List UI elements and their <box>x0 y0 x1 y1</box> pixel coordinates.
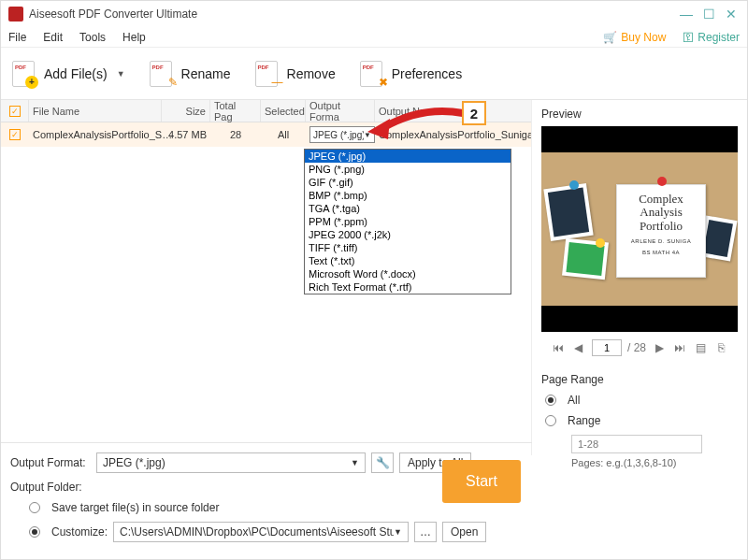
page-total: / 28 <box>627 341 646 354</box>
format-dropdown-list[interactable]: JPEG (*.jpg)PNG (*.png)GIF (*.gif)BMP (*… <box>304 149 511 294</box>
row-format-value: JPEG (*.jpg) <box>313 130 364 140</box>
page-range-input[interactable] <box>571 435 702 453</box>
remove-label: Remove <box>287 66 336 81</box>
start-label: Start <box>466 473 497 490</box>
radio-range[interactable] <box>545 415 556 426</box>
page-range-range[interactable]: Range <box>541 414 738 427</box>
minimize-button[interactable]: — <box>678 6 695 22</box>
radio-save-source[interactable] <box>29 502 40 513</box>
row-checkbox[interactable]: ✓ <box>9 129 21 140</box>
step-number: 2 <box>470 106 478 122</box>
output-path-value: C:\Users\ADMIN\Dropbox\PC\Documents\Aise… <box>120 525 394 538</box>
menu-tools[interactable]: Tools <box>79 31 106 44</box>
col-outputname[interactable]: Output Nam <box>375 100 531 122</box>
page-range-hint: Pages: e.g.(1,3,6,8-10) <box>571 457 738 468</box>
open-folder-button[interactable]: Open <box>442 522 486 542</box>
format-option[interactable]: TGA (*.tga) <box>305 202 511 215</box>
rename-label: Rename <box>181 66 231 81</box>
radio-customize[interactable] <box>29 526 40 538</box>
key-icon: ⚿ <box>683 31 694 44</box>
preview-label: Preview <box>541 108 738 121</box>
title-bar: Aiseesoft PDF Converter Ultimate — ☐ ✕ <box>1 1 747 27</box>
remove-button[interactable]: — Remove <box>253 61 336 87</box>
col-totalpages[interactable]: Total Pag <box>210 100 261 122</box>
preview-pager: ⏮ ◀ / 28 ▶ ⏭ ▤ ⎘ <box>541 339 738 356</box>
table-header: ✓ File Name Size Total Pag Selected Outp… <box>1 100 531 122</box>
customize-label: Customize: <box>51 525 108 538</box>
menu-file[interactable]: File <box>8 31 26 44</box>
select-all-checkbox[interactable]: ✓ <box>9 106 21 117</box>
buy-now-label: Buy Now <box>621 31 666 44</box>
add-files-label: Add File(s) <box>44 66 108 81</box>
menu-bar: File Edit Tools Help 🛒 Buy Now ⚿ Registe… <box>1 27 747 48</box>
cart-icon: 🛒 <box>603 31 617 44</box>
format-option[interactable]: PPM (*.ppm) <box>305 215 511 228</box>
table-row[interactable]: ✓ ComplexAnalysisPortfolio_S… 4.57 MB 28… <box>1 122 531 147</box>
preview-thumbnail: Complex Analysis Portfolio ARLENE D. SUN… <box>541 126 738 332</box>
browse-folder-button[interactable]: … <box>414 522 437 542</box>
menu-edit[interactable]: Edit <box>43 31 63 44</box>
register-link[interactable]: ⚿ Register <box>683 31 740 44</box>
cell-size: 4.57 MB <box>162 122 210 147</box>
output-format-label: Output Format: <box>10 456 91 469</box>
save-source-label: Save target file(s) in source folder <box>51 501 219 514</box>
fit-page-icon[interactable]: ▤ <box>693 341 708 354</box>
cell-filename: ComplexAnalysisPortfolio_S… <box>29 122 162 147</box>
format-option[interactable]: PNG (*.png) <box>305 163 511 176</box>
output-path-field[interactable]: C:\Users\ADMIN\Dropbox\PC\Documents\Aise… <box>113 522 409 542</box>
buy-now-link[interactable]: 🛒 Buy Now <box>603 31 666 44</box>
last-page-button[interactable]: ⏭ <box>672 341 687 354</box>
export-page-icon[interactable]: ⎘ <box>713 341 728 354</box>
chevron-down-icon: ▼ <box>394 527 402 537</box>
cell-pages: 28 <box>210 122 261 147</box>
col-outputformat[interactable]: Output Forma <box>306 100 375 122</box>
preferences-button[interactable]: ✖ Preferences <box>358 61 462 87</box>
col-size[interactable]: Size <box>162 100 210 122</box>
preview-panel: Preview Complex Analysis Portfolio ARLEN… <box>532 100 747 455</box>
format-option[interactable]: Microsoft Word (*.docx) <box>305 267 511 280</box>
preview-title-2: Analysis <box>623 206 699 219</box>
preferences-icon: ✖ <box>358 61 384 87</box>
add-files-icon: + <box>10 61 36 87</box>
output-format-settings-button[interactable]: 🔧 <box>371 452 394 473</box>
next-page-button[interactable]: ▶ <box>652 341 667 354</box>
bottom-panel: Output Format: JPEG (*.jpg) ▼ 🔧 Apply to… <box>1 442 532 559</box>
format-option[interactable]: TIFF (*.tiff) <box>305 241 511 254</box>
add-files-button[interactable]: + Add File(s) ▼ <box>10 61 125 87</box>
preferences-label: Preferences <box>392 66 462 81</box>
output-format-value: JPEG (*.jpg) <box>103 456 165 469</box>
wrench-icon: 🔧 <box>376 456 390 469</box>
page-range-all[interactable]: All <box>541 394 738 407</box>
format-option[interactable]: Rich Text Format (*.rtf) <box>305 280 511 294</box>
radio-all[interactable] <box>545 395 556 406</box>
format-option[interactable]: JPEG 2000 (*.j2k) <box>305 228 511 241</box>
start-button[interactable]: Start <box>442 460 521 503</box>
chevron-down-icon: ▼ <box>351 458 359 467</box>
app-logo-icon <box>8 7 23 22</box>
output-format-dropdown[interactable]: JPEG (*.jpg) ▼ <box>96 452 366 473</box>
rename-icon: ✎ <box>148 61 174 87</box>
rename-button[interactable]: ✎ Rename <box>148 61 231 87</box>
col-filename[interactable]: File Name <box>29 100 162 122</box>
col-selected[interactable]: Selected <box>261 100 306 122</box>
first-page-button[interactable]: ⏮ <box>551 341 566 354</box>
app-title: Aiseesoft PDF Converter Ultimate <box>29 7 197 21</box>
preview-sub: BS MATH 4A <box>623 250 699 255</box>
preview-title-3: Portfolio <box>623 220 699 233</box>
page-input[interactable] <box>592 339 622 356</box>
format-option[interactable]: GIF (*.gif) <box>305 176 511 189</box>
row-format-dropdown[interactable]: JPEG (*.jpg) ▼ <box>309 126 375 143</box>
radio-range-label: Range <box>568 414 600 427</box>
radio-all-label: All <box>568 394 580 407</box>
remove-icon: — <box>253 61 280 87</box>
maximize-button[interactable]: ☐ <box>700 6 717 22</box>
format-option[interactable]: BMP (*.bmp) <box>305 189 511 202</box>
cell-selected: All <box>261 122 306 147</box>
preview-title-1: Complex <box>623 193 699 206</box>
menu-help[interactable]: Help <box>122 31 146 44</box>
format-option[interactable]: JPEG (*.jpg) <box>305 150 511 163</box>
close-button[interactable]: ✕ <box>723 6 740 22</box>
output-folder-label: Output Folder: <box>10 481 91 494</box>
prev-page-button[interactable]: ◀ <box>571 341 586 354</box>
format-option[interactable]: Text (*.txt) <box>305 254 511 267</box>
